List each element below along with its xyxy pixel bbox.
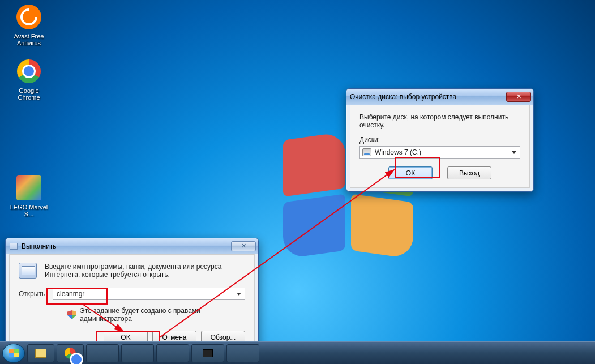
taskbar-item[interactable] (121, 344, 154, 362)
taskbar-item[interactable] (57, 344, 84, 362)
cmd-icon (203, 349, 213, 357)
drive-select-value: Windows 7 (C:) (375, 148, 421, 156)
taskbar-item[interactable] (191, 344, 224, 362)
drive-select[interactable]: Windows 7 (C:) (359, 146, 520, 159)
desktop-icons-area: Avast Free Antivirus Google Chrome LEGO … (7, 3, 51, 229)
taskbar-item[interactable] (27, 344, 54, 362)
desktop: Avast Free Antivirus Google Chrome LEGO … (0, 0, 595, 364)
admin-hint-text: Это задание будет создано с правами адми… (80, 307, 245, 323)
open-input[interactable]: cleanmgr (53, 288, 245, 300)
drive-icon (362, 148, 371, 156)
dialog-body: Выберите диск, на котором следует выполн… (350, 105, 530, 188)
desktop-icon-lego[interactable]: LEGO Marvel S... (7, 174, 51, 217)
disk-cleanup-dialog: Очистка диска: выбор устройства ✕ Выбери… (346, 88, 534, 192)
chrome-icon (17, 59, 41, 83)
taskbar-item[interactable] (226, 344, 259, 362)
instruction-text: Введите имя программы, папки, документа … (45, 263, 245, 279)
close-button[interactable]: ✕ (231, 241, 256, 251)
windows-flag-icon (9, 349, 19, 357)
chevron-down-icon (512, 151, 516, 154)
titlebar[interactable]: Очистка диска: выбор устройства ✕ (346, 89, 533, 105)
close-button[interactable]: ✕ (506, 92, 531, 102)
desktop-icon-avast[interactable]: Avast Free Antivirus (7, 3, 51, 46)
lego-icon (16, 175, 41, 200)
dialog-body: Введите имя программы, папки, документа … (9, 254, 255, 353)
drives-label: Диски: (359, 136, 520, 144)
open-label: Открыть: (19, 290, 53, 298)
exit-button[interactable]: Выход (447, 166, 491, 179)
desktop-icon-label: LEGO Marvel S... (7, 204, 51, 217)
titlebar[interactable]: Выполнить ✕ (6, 238, 258, 254)
instruction-text: Выберите диск, на котором следует выполн… (359, 113, 520, 129)
dialog-title: Очистка диска: выбор устройства (350, 93, 506, 101)
run-dialog: Выполнить ✕ Введите имя программы, папки… (5, 238, 259, 357)
chevron-down-icon (237, 293, 241, 296)
taskbar-item[interactable] (86, 344, 119, 362)
desktop-icon-label: Google Chrome (7, 87, 51, 101)
start-button[interactable] (2, 344, 25, 363)
ok-button[interactable]: ОК (388, 166, 433, 179)
folder-icon (35, 349, 46, 358)
run-titlebar-icon (9, 242, 18, 251)
avast-icon (16, 5, 41, 29)
run-icon (19, 263, 37, 279)
open-input-value: cleanmgr (57, 290, 84, 298)
taskbar-item[interactable] (156, 344, 189, 362)
taskbar (0, 341, 595, 364)
dialog-title: Выполнить (22, 242, 231, 250)
shield-icon (67, 310, 76, 319)
chrome-icon (65, 348, 76, 359)
desktop-icon-chrome[interactable]: Google Chrome (7, 58, 51, 101)
desktop-icon-label: Avast Free Antivirus (7, 33, 51, 46)
